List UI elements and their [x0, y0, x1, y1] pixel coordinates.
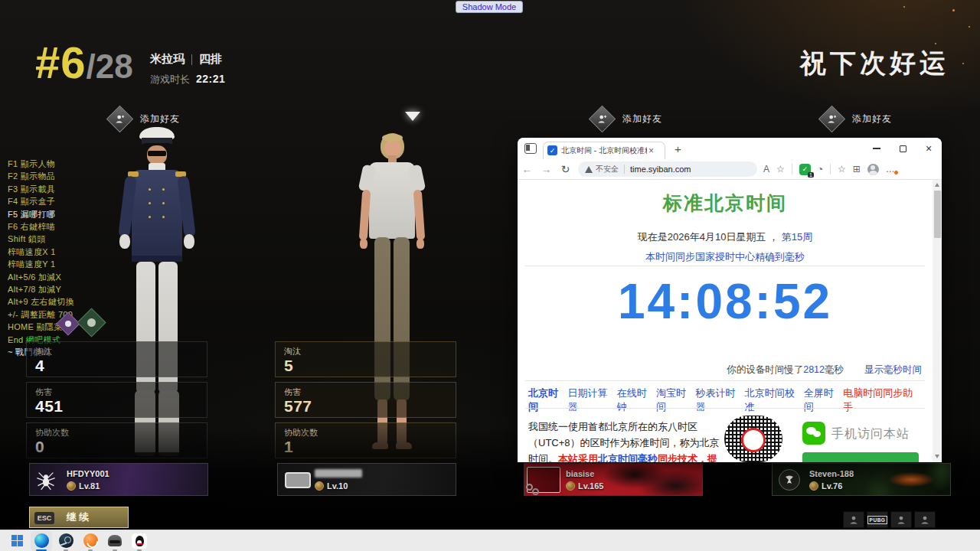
- tab-actions-icon[interactable]: [524, 143, 537, 154]
- steam-icon: [59, 533, 74, 548]
- tab-close-icon[interactable]: ×: [648, 145, 654, 156]
- forward-button[interactable]: →: [537, 163, 556, 175]
- add-friend-button-2[interactable]: 添加好友: [588, 106, 662, 132]
- scroll-down-arrow[interactable]: [935, 455, 939, 458]
- stat-value: 577: [284, 397, 312, 416]
- new-tab-button[interactable]: +: [675, 142, 681, 155]
- close-button[interactable]: ×: [916, 138, 942, 159]
- stat-label: 伤害: [284, 386, 301, 398]
- taskbar-qq[interactable]: [129, 531, 150, 551]
- browser-essentials-icon[interactable]: ◔: [818, 164, 823, 174]
- intro-paragraph: 我国统一使用首都北京所在的东八时区（UTC+8）的区时作为标准时间，称为北京时间…: [528, 419, 720, 462]
- chain-decoration: [532, 488, 539, 495]
- spark-dot: [935, 43, 936, 44]
- player-name: biasise: [566, 469, 594, 478]
- show-ms-link[interactable]: 显示毫秒时间: [864, 364, 922, 375]
- nav-link[interactable]: 淘宝时间: [656, 386, 695, 414]
- scroll-up-arrow[interactable]: [935, 183, 939, 187]
- sync-link[interactable]: 本时间同步国家授时中心精确到毫秒: [518, 250, 933, 264]
- player-card-1[interactable]: HFDYY001 Lv.81: [29, 463, 208, 496]
- add-friend-label: 添加好友: [140, 112, 180, 126]
- read-aloud-icon[interactable]: A: [763, 164, 769, 174]
- browser-toolbar: ← → ↻ 不安全 time.syiban.com A ☆ ✓1 ◔ ☆ ⊞ …: [518, 159, 942, 180]
- blurred-player-name: [315, 469, 362, 478]
- toolbar-separator: [792, 164, 792, 174]
- favorites-list-icon[interactable]: ☆: [838, 164, 846, 174]
- screen: Shadow Mode #6 /28 米拉玛 四排 游戏时长 22:21 祝下次…: [0, 0, 980, 551]
- edge-icon: [34, 533, 49, 548]
- nav-link[interactable]: 全屏时间: [804, 386, 843, 414]
- nav-link[interactable]: 电脑时间同步助手: [843, 386, 922, 414]
- hotkey-line: F6 右鍵梓喵: [8, 220, 74, 233]
- offset-ms-value: 2812: [803, 364, 825, 375]
- player-level: Lv.76: [822, 481, 842, 491]
- address-bar[interactable]: 不安全 time.syiban.com: [578, 161, 757, 177]
- green-action-button[interactable]: [802, 452, 919, 462]
- taskbar-steam[interactable]: [55, 531, 77, 551]
- week-link[interactable]: 第15周: [782, 231, 812, 243]
- spark-dot: [903, 6, 905, 8]
- browser-tab[interactable]: ✓ 北京时间 - 北京时间校准精确到 ×: [543, 142, 665, 159]
- date-line: 现在是2026年4月10日星期五 ， 第15周: [518, 230, 933, 244]
- player-card-4[interactable]: Steven-188 Lv.76: [772, 463, 951, 496]
- player-card-2[interactable]: Lv.10: [277, 463, 456, 496]
- address-divider: [624, 165, 625, 174]
- player-level: Lv.10: [327, 481, 348, 491]
- spark-dot: [962, 63, 964, 64]
- hotkey-line: Alt+7/8 加減Y: [8, 283, 74, 295]
- player-level: Lv.81: [79, 481, 100, 491]
- squad-member-tile[interactable]: [914, 511, 936, 528]
- stat-panel-damage-p2: 伤害 577: [275, 382, 456, 418]
- taskbar-pubg[interactable]: [104, 531, 126, 551]
- nav-link[interactable]: 秒表计时器: [695, 386, 744, 414]
- date-text: 现在是2026年4月10日星期五 ，: [638, 231, 779, 243]
- minimize-button[interactable]: [864, 138, 890, 159]
- tab-title: 北京时间 - 北京时间校准精确到: [561, 145, 647, 156]
- hotkey-line: F5 漏哪打哪: [8, 208, 74, 220]
- stat-panel-eliminations-p1: 淘汰 4: [26, 341, 207, 377]
- match-meta: 米拉玛 四排 游戏时长 22:21: [150, 52, 225, 86]
- scrollbar-thumb[interactable]: [934, 191, 941, 238]
- hotkey-line: Shift 鎖頭: [8, 233, 74, 245]
- taskbar-apps: [6, 531, 150, 551]
- taskbar-launcher[interactable]: [80, 531, 101, 551]
- favorite-star-icon[interactable]: ☆: [776, 164, 785, 174]
- player-card-3[interactable]: biasise Lv.165: [524, 463, 703, 496]
- wechat-icon: [802, 422, 825, 445]
- spark-dot: [952, 9, 955, 11]
- squad-member-tile-pubg[interactable]: PUBG: [867, 511, 888, 528]
- mode-name: 四排: [199, 52, 222, 67]
- nav-link[interactable]: 日期计算器: [567, 386, 616, 414]
- settings-more-icon[interactable]: …: [886, 164, 895, 174]
- shadow-mode-label: Shadow Mode: [462, 2, 516, 11]
- running-indicator: [36, 549, 47, 551]
- continue-button[interactable]: ESC 继续: [29, 507, 129, 528]
- back-button[interactable]: ←: [518, 163, 537, 175]
- refresh-button[interactable]: ↻: [556, 163, 575, 175]
- collections-icon[interactable]: ⊞: [853, 164, 861, 174]
- duration-label: 游戏时长: [150, 73, 190, 86]
- taskbar-edge[interactable]: [31, 531, 52, 551]
- url-text: time.syiban.com: [630, 165, 691, 174]
- meta-divider: [191, 54, 192, 65]
- maximize-button[interactable]: [890, 138, 916, 159]
- profile-avatar-icon[interactable]: [867, 164, 879, 175]
- extension-icon[interactable]: ✓1: [799, 164, 811, 175]
- hotkey-line: F4 顯示盒子: [8, 195, 74, 207]
- stat-value: 451: [35, 397, 64, 416]
- page-nav-links: 北京时间 日期计算器 在线时钟 淘宝时间 秒表计时器 北京时间校准 全屏时间 电…: [518, 386, 933, 414]
- squad-member-tile[interactable]: [890, 511, 912, 528]
- nav-link[interactable]: 北京时间校准: [745, 386, 804, 414]
- start-button[interactable]: [6, 531, 28, 551]
- nav-link[interactable]: 北京时间: [528, 386, 567, 414]
- add-friend-button-3[interactable]: 添加好友: [818, 106, 892, 132]
- qr-center-clock-icon: [741, 428, 766, 452]
- hotkey-line: 梓喵速度Y 1: [8, 258, 74, 270]
- player-level: Lv.165: [578, 481, 603, 491]
- esc-key-hint: ESC: [34, 512, 54, 524]
- nav-link[interactable]: 在线时钟: [617, 386, 656, 414]
- squad-member-tile[interactable]: [843, 511, 864, 528]
- shadow-mode-badge: Shadow Mode: [456, 1, 523, 13]
- hotkey-line: 梓喵速度X 1: [8, 246, 74, 258]
- page-scrollbar[interactable]: [933, 180, 942, 462]
